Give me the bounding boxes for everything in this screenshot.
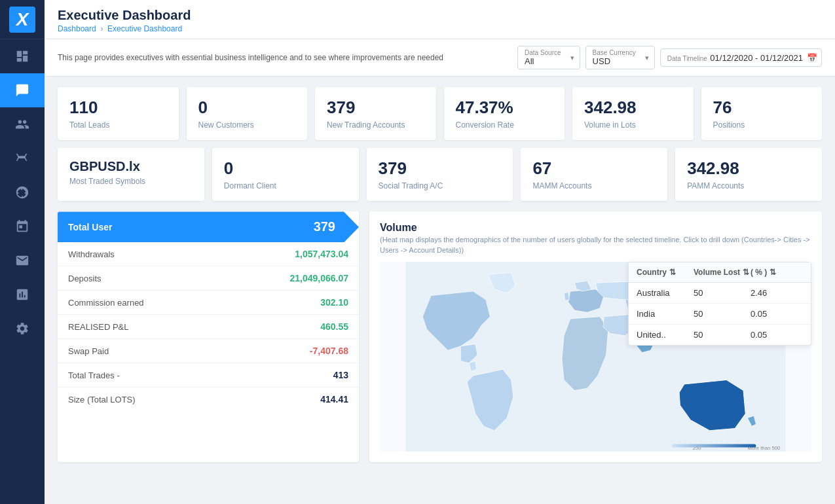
sidebar-item-users[interactable]: [0, 107, 45, 141]
stat-value-conversion-rate: 47.37%: [456, 98, 553, 118]
cell-country-india: India: [637, 309, 694, 319]
data-source-label: Data Source: [525, 49, 561, 56]
stat-label-most-traded: Most Traded Symbols: [69, 177, 193, 186]
stat-value-positions: 76: [713, 98, 811, 118]
col-header-pct[interactable]: ( % ) ⇅: [751, 268, 803, 277]
sidebar-item-settings[interactable]: [0, 312, 45, 346]
metric-val-commission: 302.10: [320, 297, 348, 308]
col-header-country[interactable]: Country ⇅: [637, 268, 694, 277]
sidebar-item-marketing[interactable]: [0, 141, 45, 175]
metric-val-total-trades: 413: [333, 370, 348, 380]
breadcrumb-current: Executive Dashboard: [107, 24, 182, 33]
stat-pamm-accounts: 342.98 PAMM Accounts: [675, 148, 822, 201]
table-header: Country ⇅ Volume Lost ⇅ ( % ) ⇅: [629, 262, 811, 283]
left-panel: Total User 379 Withdrawals 1,057,473.04 …: [58, 211, 359, 462]
metric-name-deposits: Deposits: [68, 274, 102, 283]
col-pct-label: ( % ): [751, 268, 767, 277]
world-map-container[interactable]: 250 More than 500: [380, 262, 811, 452]
stat-value-pamm: 342.98: [687, 158, 810, 179]
total-user-value: 379: [314, 219, 335, 234]
metric-name-size-lots: Size (Total LOTS): [68, 395, 136, 405]
metric-deposits: Deposits 21,049,066.07: [58, 266, 359, 291]
stats-row-1: 110 Total Leads 0 New Customers 379 New …: [58, 87, 822, 140]
svg-rect-3: [672, 444, 756, 448]
right-panel: Volume (Heat map displays the demographi…: [369, 211, 822, 462]
filter-bar: This page provides executives with essen…: [45, 39, 835, 77]
stat-label-social-trading: Social Trading A/C: [379, 181, 502, 190]
metric-name-commission: Commission earned: [68, 298, 144, 308]
volume-description: (Heat map displays the demographics of t…: [380, 235, 811, 255]
stat-label-conversion-rate: Conversion Rate: [456, 120, 553, 130]
data-source-value: All: [525, 56, 561, 66]
stat-label-pamm: PAMM Accounts: [687, 181, 810, 190]
stat-value-dormant: 0: [224, 158, 347, 179]
main-content: Executive Dashboard Dashboard › Executiv…: [45, 0, 835, 504]
col-header-volume[interactable]: Volume Lost ⇅: [694, 268, 751, 277]
total-user-bar: Total User 379: [58, 211, 359, 242]
stat-positions: 76 Positions: [701, 87, 823, 140]
data-source-select[interactable]: Data Source All: [517, 46, 580, 69]
cell-country-australia: Australia: [637, 288, 694, 298]
total-user-label: Total User: [68, 222, 112, 232]
metric-total-trades: Total Trades - 413: [58, 363, 359, 387]
metric-name-swap-paid: Swap Paid: [68, 346, 109, 356]
metric-commission: Commission earned 302.10: [58, 291, 359, 315]
calendar-icon: [15, 219, 29, 234]
chat-icon: [15, 83, 29, 98]
base-currency-label: Base Currency: [593, 49, 636, 56]
cell-volume-united: 50: [694, 330, 751, 340]
stat-label-positions: Positions: [713, 120, 811, 130]
cell-volume-india: 50: [694, 309, 751, 319]
metric-val-size-lots: 414.41: [320, 394, 348, 405]
table-row-australia[interactable]: Australia 50 2.46: [629, 283, 811, 304]
table-row-india[interactable]: India 50 0.05: [629, 304, 811, 325]
cell-pct-india: 0.05: [751, 309, 803, 319]
metric-val-realised-pnl: 460.55: [320, 321, 348, 332]
metric-name-total-trades: Total Trades -: [68, 370, 120, 380]
page-title: Executive Dashboard: [58, 8, 822, 23]
top-header: Executive Dashboard Dashboard › Executiv…: [45, 0, 835, 39]
content-area: 110 Total Leads 0 New Customers 379 New …: [45, 77, 835, 504]
metric-name-withdrawals: Withdrawals: [68, 249, 115, 259]
metric-realised-pnl: REALISED P&L 460.55: [58, 315, 359, 339]
metric-val-withdrawals: 1,057,473.04: [295, 249, 348, 259]
filter-description: This page provides executives with essen…: [58, 53, 507, 62]
sidebar-item-calendar[interactable]: [0, 209, 45, 243]
dashboard-icon: [15, 49, 29, 63]
breadcrumb-home[interactable]: Dashboard: [58, 24, 96, 33]
stat-total-leads: 110 Total Leads: [58, 87, 179, 140]
stat-value-new-trading-accounts: 379: [327, 98, 424, 118]
sidebar-item-reports[interactable]: [0, 278, 45, 312]
sidebar-item-dashboard[interactable]: [0, 39, 45, 73]
stat-new-customers: 0 New Customers: [187, 87, 308, 140]
metric-val-swap-paid: -7,407.68: [310, 346, 348, 356]
sidebar-item-chat[interactable]: [0, 73, 45, 107]
stat-label-new-trading-accounts: New Trading Accounts: [327, 120, 424, 130]
stat-conversion-rate: 47.37% Conversion Rate: [444, 87, 565, 140]
stat-label-total-leads: Total Leads: [69, 120, 167, 130]
stat-volume-lots: 342.98 Volume in Lots: [572, 87, 694, 140]
stat-new-trading-accounts: 379 New Trading Accounts: [315, 87, 436, 140]
filter-group: Data Source All Base Currency USD Data T…: [517, 46, 822, 69]
sort-pct-icon[interactable]: ⇅: [770, 268, 776, 277]
users-icon: [15, 117, 29, 132]
base-currency-select[interactable]: Base Currency USD: [585, 46, 655, 69]
stat-value-social-trading: 379: [379, 158, 502, 179]
date-range-picker[interactable]: Data Timeline 01/12/2020 - 01/12/2021: [660, 48, 822, 67]
cell-pct-united: 0.05: [751, 330, 803, 340]
stat-label-new-customers: New Customers: [198, 120, 296, 130]
table-row-united[interactable]: United.. 50 0.05: [629, 325, 811, 345]
reports-icon: [15, 287, 29, 302]
volume-title: Volume: [380, 222, 811, 234]
sort-country-icon[interactable]: ⇅: [669, 268, 676, 277]
cell-volume-australia: 50: [694, 288, 751, 298]
logo-container: X: [0, 0, 45, 39]
stats-row-2: GBPUSD.lx Most Traded Symbols 0 Dormant …: [58, 148, 822, 201]
stat-label-volume-lots: Volume in Lots: [584, 120, 682, 130]
sort-volume-icon[interactable]: ⇅: [743, 268, 749, 277]
sidebar-item-leads[interactable]: [0, 175, 45, 209]
sidebar-item-email[interactable]: [0, 243, 45, 278]
email-icon: [15, 253, 29, 268]
cell-country-united: United..: [637, 330, 694, 340]
metric-val-deposits: 21,049,066.07: [289, 273, 348, 283]
